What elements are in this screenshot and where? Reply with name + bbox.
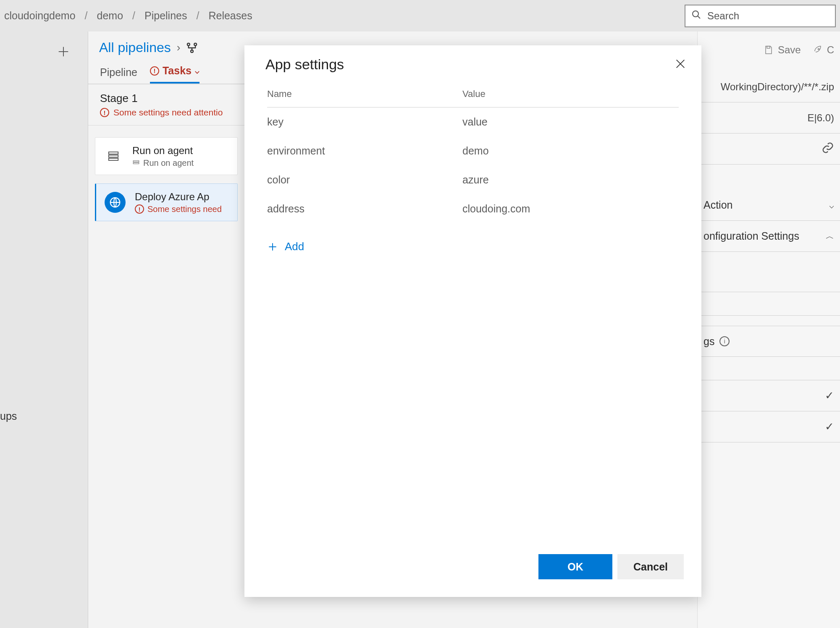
dialog-body: Name Value key value environment demo co…	[244, 77, 701, 554]
setting-value[interactable]: demo	[462, 145, 679, 157]
setting-name[interactable]: environment	[267, 145, 462, 157]
check-icon: ✓	[825, 389, 834, 402]
search-icon	[691, 10, 701, 22]
dialog-header: App settings	[244, 45, 701, 77]
link-icon	[822, 141, 834, 157]
col-value-header: Value	[462, 89, 679, 99]
svg-line-1	[698, 16, 700, 18]
svg-rect-9	[109, 158, 118, 160]
config-row[interactable]	[698, 357, 840, 380]
table-row[interactable]: address cloudoing.com	[267, 194, 679, 223]
tab-pipeline[interactable]: Pipeline	[100, 66, 137, 84]
svg-rect-13	[767, 46, 770, 48]
chevron-up-icon: ︿	[826, 230, 834, 242]
search-input[interactable]: Search	[685, 5, 836, 27]
error-icon: !	[100, 108, 109, 117]
breadcrumb-sep: /	[85, 10, 88, 22]
search-placeholder: Search	[707, 10, 739, 22]
topbar: cloudoingdemo / demo / Pipelines / Relea…	[0, 0, 840, 31]
svg-point-4	[187, 43, 190, 45]
close-button[interactable]	[675, 58, 686, 71]
section-action[interactable]: Action ⌵	[698, 190, 840, 221]
chevron-down-icon[interactable]: ⌵	[195, 66, 200, 76]
svg-rect-7	[109, 152, 118, 154]
svg-point-0	[693, 11, 698, 17]
agent-icon	[104, 147, 123, 166]
properties-panel: Save C WorkingDirectory)/**/*.zip E|6.0)…	[697, 31, 840, 628]
sidebar-item-cut[interactable]: ups	[0, 410, 17, 422]
task-deploy-azure-app[interactable]: Deploy Azure Ap ! Some settings need	[95, 183, 238, 221]
runtime-field[interactable]: E|6.0)	[698, 102, 840, 133]
svg-point-6	[191, 50, 194, 52]
breadcrumb-project[interactable]: demo	[97, 10, 123, 22]
col-name-header: Name	[267, 89, 462, 99]
breadcrumb-sep: /	[196, 10, 199, 22]
svg-point-5	[194, 43, 197, 45]
setting-name[interactable]: address	[267, 203, 462, 215]
task-title: Run on agent	[132, 145, 194, 157]
app-settings-dialog: App settings Name Value key value enviro…	[244, 45, 701, 597]
svg-point-14	[818, 49, 819, 50]
svg-rect-11	[133, 162, 139, 164]
breadcrumb-sep: /	[132, 10, 135, 22]
dialog-footer: OK Cancel	[244, 554, 701, 597]
breadcrumb-page[interactable]: Releases	[208, 10, 252, 22]
check-row[interactable]: ✓	[698, 380, 840, 411]
table-row[interactable]: color azure	[267, 165, 679, 194]
breadcrumb: cloudoingdemo / demo / Pipelines / Relea…	[4, 10, 252, 22]
editor-toolbar: Save C	[764, 44, 834, 56]
setting-value[interactable]: azure	[462, 174, 679, 186]
dialog-title: App settings	[265, 56, 344, 73]
task-warning: ! Some settings need	[135, 204, 222, 214]
config-row[interactable]	[698, 269, 840, 292]
task-title: Deploy Azure Ap	[135, 191, 222, 203]
cancel-button[interactable]: Cancel	[617, 554, 684, 579]
breadcrumb-org[interactable]: cloudoingdemo	[4, 10, 76, 22]
chevron-right-icon: ›	[177, 41, 181, 54]
link-field[interactable]	[698, 133, 840, 165]
setting-name[interactable]: color	[267, 174, 462, 186]
table-row[interactable]: key value	[267, 107, 679, 136]
setting-value[interactable]: cloudoing.com	[462, 203, 679, 215]
new-pipeline-button[interactable]	[56, 44, 71, 59]
all-pipelines-link[interactable]: All pipelines	[99, 40, 171, 55]
save-button[interactable]: Save	[764, 44, 801, 56]
ok-button[interactable]: OK	[538, 554, 612, 579]
error-icon: !	[135, 204, 144, 214]
chevron-down-icon: ⌵	[829, 200, 834, 210]
pipeline-icon	[186, 42, 198, 54]
config-row[interactable]	[698, 292, 840, 316]
setting-value[interactable]: value	[462, 116, 679, 128]
tab-tasks-label: Tasks	[163, 65, 192, 77]
check-icon: ✓	[825, 420, 834, 433]
create-release-button[interactable]: C	[813, 44, 834, 56]
package-path-field[interactable]: WorkingDirectory)/**/*.zip	[698, 71, 840, 102]
settings-table-header: Name Value	[267, 89, 679, 107]
tab-tasks[interactable]: ! Tasks ⌵	[150, 65, 200, 84]
table-row[interactable]: environment demo	[267, 136, 679, 165]
task-subtitle: Run on agent	[132, 158, 194, 168]
left-sidebar: ups	[0, 31, 88, 628]
add-setting-button[interactable]: Add	[267, 240, 679, 253]
svg-rect-10	[133, 161, 139, 162]
task-run-on-agent[interactable]: Run on agent Run on agent	[95, 137, 238, 175]
svg-rect-8	[109, 155, 118, 157]
setting-name[interactable]: key	[267, 116, 462, 128]
error-icon: !	[150, 66, 159, 76]
info-icon[interactable]: i	[719, 336, 730, 346]
check-row[interactable]: ✓	[698, 411, 840, 442]
app-settings-row[interactable]: gs i	[698, 326, 840, 357]
add-label: Add	[285, 240, 304, 253]
breadcrumb-section[interactable]: Pipelines	[144, 10, 187, 22]
azure-app-service-icon	[105, 192, 126, 213]
section-config-settings[interactable]: onfiguration Settings ︿	[698, 221, 840, 252]
